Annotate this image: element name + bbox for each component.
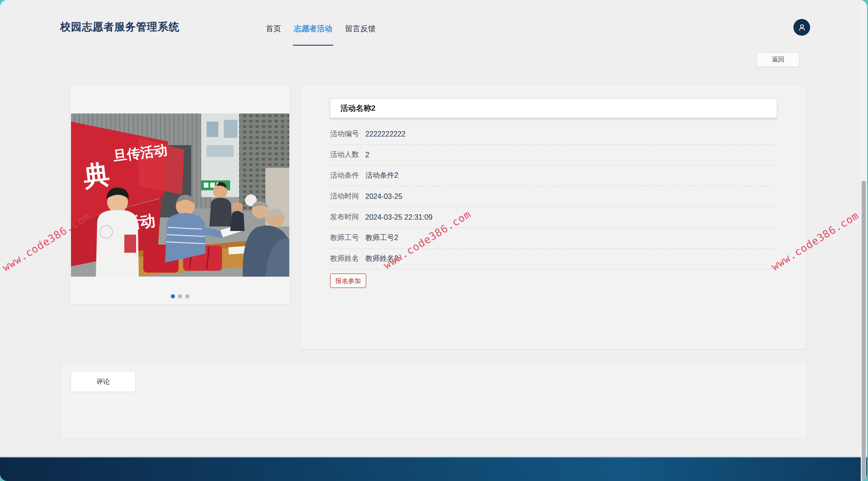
field-value: 2222222222 (365, 130, 406, 138)
field-row-participant-count: 活动人数 2 (330, 145, 777, 165)
field-row-activity-date: 活动时间 2024-03-25 (330, 186, 777, 207)
carousel-dot-2[interactable] (178, 294, 182, 298)
nav-item-home[interactable]: 首页 (265, 17, 282, 46)
field-label: 活动时间 (330, 192, 365, 201)
field-value: 教师工号2 (365, 233, 398, 243)
field-label: 活动编号 (330, 129, 365, 139)
comments-panel: 评论 (61, 362, 807, 439)
carousel-photo: 典 旦传活动 活动 (71, 113, 289, 277)
page: 校园志愿者服务管理系统 首页 志愿者活动 留言反馈 返回 (0, 0, 867, 481)
field-label: 发布时间 (330, 212, 365, 222)
carousel-dot-1[interactable] (171, 294, 175, 298)
person-icon (797, 23, 807, 32)
activity-title: 活动名称2 (330, 99, 777, 118)
svg-text:典: 典 (81, 159, 111, 191)
app-title: 校园志愿者服务管理系统 (60, 20, 179, 34)
nav-item-feedback[interactable]: 留言反馈 (344, 17, 377, 46)
field-label: 教师姓名 (330, 254, 365, 264)
main-nav: 首页 志愿者活动 留言反馈 (265, 17, 377, 46)
activity-fields: 活动编号 2222222222 活动人数 2 活动条件 活动条件2 活动时间 2… (330, 124, 777, 269)
carousel-dots (70, 294, 290, 298)
field-row-teacher-name: 教师姓名 教师姓名2 (330, 249, 777, 269)
back-button[interactable]: 返回 (757, 52, 799, 67)
signup-button[interactable]: 报名参加 (330, 274, 366, 288)
field-value: 2 (365, 151, 369, 159)
carousel-dot-3[interactable] (185, 294, 189, 298)
field-label: 活动条件 (330, 171, 365, 180)
field-value: 教师姓名2 (365, 254, 398, 264)
user-avatar[interactable] (793, 19, 810, 36)
field-row-teacher-id: 教师工号 教师工号2 (330, 228, 777, 249)
field-value: 活动条件2 (365, 171, 398, 180)
footer (0, 457, 867, 481)
field-row-activity-number: 活动编号 2222222222 (330, 124, 777, 145)
carousel-card: 典 旦传活动 活动 (70, 85, 291, 305)
scrollbar-thumb[interactable] (862, 181, 866, 480)
field-label: 活动人数 (330, 150, 365, 160)
field-row-publish-time: 发布时间 2024-03-25 22:31:09 (330, 207, 777, 228)
field-value: 2024-03-25 22:31:09 (365, 213, 433, 222)
nav-item-volunteer-activities[interactable]: 志愿者活动 (293, 17, 333, 46)
field-row-activity-condition: 活动条件 活动条件2 (330, 165, 777, 186)
activity-card: 活动名称2 活动编号 2222222222 活动人数 2 活动条件 活动条件2 … (300, 85, 807, 349)
comments-tab[interactable]: 评论 (71, 371, 136, 392)
field-value: 2024-03-25 (365, 193, 402, 201)
field-label: 教师工号 (330, 233, 365, 243)
